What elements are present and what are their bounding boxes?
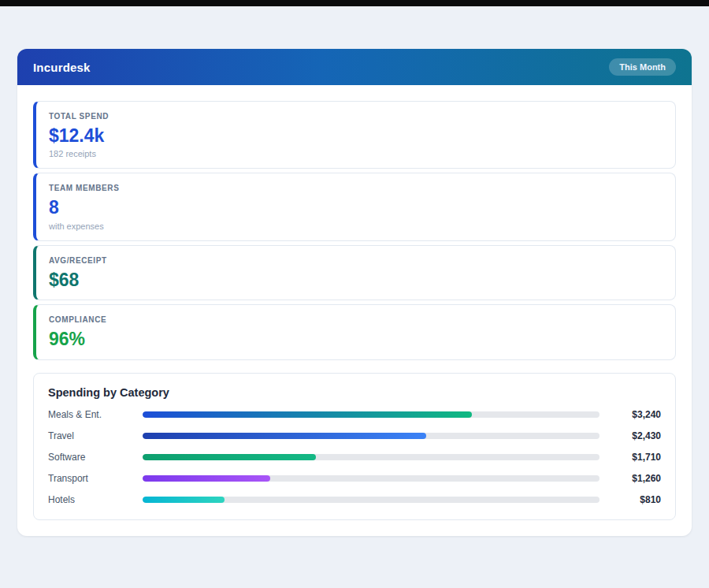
stat-card-avg-receipt: AVG/RECEIPT $68 [33, 245, 676, 300]
top-strip [0, 0, 709, 6]
category-row-transport: Transport $1,260 [48, 473, 661, 484]
category-value: $3,240 [607, 409, 661, 420]
category-label: Hotels [48, 494, 135, 505]
category-label: Software [48, 452, 135, 463]
category-label: Travel [48, 430, 135, 441]
stat-card-team-members: TEAM MEMBERS 8 with expenses [33, 173, 676, 240]
stat-subtext: 182 receipts [49, 149, 663, 158]
category-row-software: Software $1,710 [48, 452, 661, 463]
bar-track [143, 454, 599, 460]
stat-value: 96% [49, 329, 663, 349]
bar-fill [143, 454, 316, 460]
category-value: $1,260 [607, 473, 661, 484]
stat-value: $12.4k [49, 125, 663, 146]
stat-label: TEAM MEMBERS [49, 184, 663, 192]
category-value: $810 [607, 494, 661, 505]
bar-track [143, 433, 599, 439]
bar-fill [143, 433, 426, 439]
stat-card-total-spend: TOTAL SPEND $12.4k 182 receipts [33, 101, 676, 169]
bar-fill [143, 497, 225, 503]
app-card: Incurdesk This Month TOTAL SPEND $12.4k … [17, 49, 692, 536]
category-value: $1,710 [607, 452, 661, 463]
bar-track [143, 475, 599, 482]
bar-fill [143, 411, 472, 418]
this-month-badge[interactable]: This Month [609, 58, 676, 76]
bar-fill [143, 475, 270, 482]
chart-title: Spending by Category [48, 386, 661, 399]
category-label: Transport [48, 473, 135, 484]
stat-card-compliance: COMPLIANCE 96% [33, 304, 676, 359]
category-value: $2,430 [607, 430, 661, 441]
dashboard-content: TOTAL SPEND $12.4k 182 receipts TEAM MEM… [17, 85, 692, 536]
bar-track [143, 411, 599, 418]
category-row-hotels: Hotels $810 [48, 494, 661, 505]
stat-subtext: with expenses [49, 221, 663, 231]
category-label: Meals & Ent. [48, 409, 135, 420]
bar-track [143, 497, 599, 503]
stat-value: 8 [49, 197, 663, 218]
stat-label: AVG/RECEIPT [49, 256, 663, 265]
app-title: Incurdesk [33, 61, 91, 74]
stat-value: $68 [49, 270, 663, 290]
spending-by-category-card: Spending by Category Meals & Ent. $3,240… [33, 373, 676, 520]
category-row-travel: Travel $2,430 [48, 430, 661, 441]
stat-label: TOTAL SPEND [49, 112, 663, 121]
category-row-meals: Meals & Ent. $3,240 [48, 409, 661, 420]
app-header: Incurdesk This Month [17, 49, 692, 85]
stat-label: COMPLIANCE [49, 315, 663, 324]
